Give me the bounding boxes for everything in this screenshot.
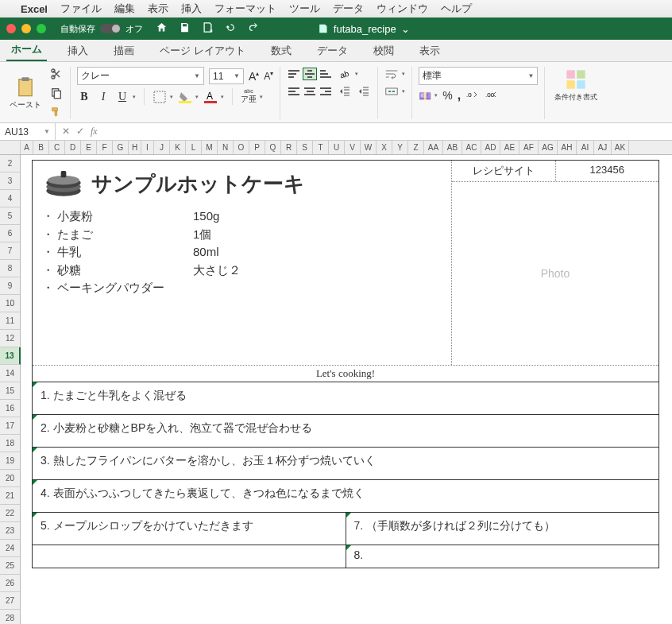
fx-icon[interactable]: fx (91, 126, 98, 138)
col-header[interactable]: AF (519, 141, 539, 154)
col-header[interactable]: U (329, 141, 345, 154)
save-as-icon[interactable] (202, 21, 214, 36)
align-bottom-icon[interactable] (319, 68, 333, 80)
percent-icon[interactable]: % (442, 89, 452, 102)
col-header[interactable]: R (281, 141, 297, 154)
decrease-decimal-icon[interactable]: .00 (485, 88, 499, 103)
enter-icon[interactable]: ✓ (76, 126, 84, 138)
col-header[interactable]: Z (408, 141, 424, 154)
col-header[interactable]: L (186, 141, 202, 154)
align-middle-icon[interactable] (303, 68, 317, 80)
menu-window[interactable]: ウィンドウ (377, 2, 428, 16)
tab-view[interactable]: 表示 (415, 41, 445, 61)
col-header[interactable]: T (313, 141, 329, 154)
menu-insert[interactable]: 挿入 (181, 2, 202, 16)
col-header[interactable]: AE (500, 141, 519, 154)
col-header[interactable]: AG (539, 141, 558, 154)
row-header[interactable]: 23 (0, 522, 20, 540)
col-header[interactable]: Y (392, 141, 408, 154)
orientation-icon[interactable]: ab (338, 67, 352, 81)
col-header[interactable]: M (202, 141, 218, 154)
underline-button[interactable]: U (115, 91, 129, 103)
col-header[interactable]: F (97, 141, 113, 154)
row-header[interactable]: 17 (0, 417, 20, 435)
row-header[interactable]: 15 (0, 382, 20, 400)
tab-insert[interactable]: 挿入 (63, 41, 93, 61)
row-header[interactable]: 20 (0, 470, 20, 487)
decrease-indent-icon[interactable] (338, 84, 352, 99)
align-center-icon[interactable] (303, 85, 317, 98)
font-color-icon[interactable]: A (203, 90, 218, 104)
number-format-select[interactable]: 標準▼ (419, 67, 538, 85)
autosave-toggle[interactable]: 自動保存 オフ (60, 23, 143, 35)
col-header[interactable]: W (361, 141, 377, 154)
home-icon[interactable] (156, 21, 168, 36)
row-header[interactable]: 9 (0, 277, 20, 295)
row-header[interactable]: 2 (0, 155, 20, 172)
menu-view[interactable]: 表示 (148, 2, 168, 16)
tab-formulas[interactable]: 数式 (266, 41, 296, 61)
row-header[interactable]: 14 (0, 365, 20, 382)
bold-button[interactable]: B (77, 91, 91, 103)
col-header[interactable]: AA (424, 141, 443, 154)
cancel-icon[interactable]: ✕ (62, 126, 70, 138)
row-header[interactable]: 24 (0, 540, 20, 557)
col-header[interactable]: S (297, 141, 313, 154)
col-header[interactable]: G (113, 141, 129, 154)
borders-icon[interactable] (153, 90, 167, 104)
tab-draw[interactable]: 描画 (109, 41, 139, 61)
col-header[interactable]: E (81, 141, 97, 154)
col-header[interactable]: D (65, 141, 81, 154)
row-header[interactable]: 19 (0, 452, 20, 470)
save-icon[interactable] (179, 21, 191, 36)
col-header[interactable]: O (234, 141, 249, 154)
name-box[interactable]: AU13▼ (0, 123, 56, 140)
app-name[interactable]: Excel (21, 3, 48, 15)
col-header[interactable]: X (377, 141, 392, 154)
font-name-select[interactable]: クレー▼ (77, 67, 204, 85)
col-header[interactable]: H (129, 141, 141, 154)
row-header[interactable]: 5 (0, 207, 20, 225)
row-header[interactable]: 21 (0, 487, 20, 505)
col-header[interactable]: AB (443, 141, 462, 154)
tab-page-layout[interactable]: ページ レイアウト (155, 41, 250, 61)
phonetic-icon[interactable]: abcア亜 (241, 88, 257, 105)
close-button[interactable] (6, 24, 16, 33)
col-header[interactable]: A (21, 141, 33, 154)
col-header[interactable]: AJ (594, 141, 612, 154)
merge-cells-icon[interactable] (384, 84, 399, 99)
tab-data[interactable]: データ (312, 41, 353, 61)
increase-indent-icon[interactable] (357, 84, 371, 99)
redo-icon[interactable] (248, 21, 260, 36)
tab-home[interactable]: ホーム (6, 39, 47, 61)
cut-icon[interactable] (49, 67, 64, 81)
row-header[interactable]: 10 (0, 295, 20, 312)
menu-edit[interactable]: 編集 (114, 2, 135, 16)
menu-tools[interactable]: ツール (289, 2, 320, 16)
row-header[interactable]: 25 (0, 557, 20, 575)
font-size-select[interactable]: 11▼ (209, 68, 244, 84)
italic-button[interactable]: I (96, 91, 110, 103)
row-header[interactable]: 7 (0, 242, 20, 260)
tab-review[interactable]: 校閲 (369, 41, 399, 61)
row-header[interactable]: 18 (0, 435, 20, 452)
menu-help[interactable]: ヘルプ (441, 2, 472, 16)
increase-decimal-icon[interactable]: .0 (465, 88, 480, 103)
paste-button[interactable]: ペースト (6, 74, 44, 112)
format-painter-icon[interactable] (49, 105, 64, 119)
row-header[interactable]: 11 (0, 312, 20, 330)
row-header[interactable]: 16 (0, 400, 20, 417)
col-header[interactable]: AI (577, 141, 594, 154)
col-header[interactable]: AH (558, 141, 577, 154)
currency-icon[interactable]: 💷 (419, 90, 431, 102)
row-header[interactable]: 13 (0, 347, 21, 365)
col-header[interactable]: K (170, 141, 186, 154)
align-right-icon[interactable] (319, 85, 333, 98)
increase-font-icon[interactable]: A▴ (249, 70, 259, 83)
row-header[interactable]: 8 (0, 260, 20, 277)
col-header[interactable]: B (33, 141, 49, 154)
align-top-icon[interactable] (287, 68, 301, 80)
align-left-icon[interactable] (287, 85, 301, 98)
row-header[interactable]: 4 (0, 190, 20, 207)
row-header[interactable]: 3 (0, 172, 20, 190)
